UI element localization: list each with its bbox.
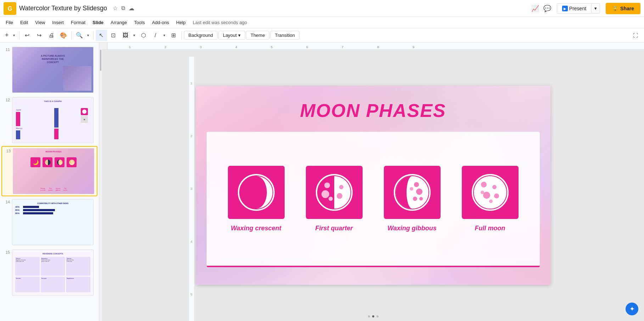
document-title: Watercolor Texture by Slidesgo [19, 5, 107, 12]
shape-tool[interactable]: ⬡ [138, 30, 149, 41]
moon-label-full-moon: Full moon [475, 225, 505, 232]
page-dots [102, 315, 644, 317]
textbox-tool[interactable]: ⊞ [168, 30, 179, 41]
paint-format-button[interactable]: 🎨 [58, 30, 69, 41]
menu-edit[interactable]: Edit [17, 19, 31, 26]
top-bar: G Watercolor Texture by Slidesgo ☆ ⧉ ☁ 📈… [0, 0, 644, 17]
ruler-left-1: 1 [189, 81, 194, 85]
moon-icon-first-quarter [306, 166, 363, 219]
slide-13-moon-4: 🌕 [67, 157, 77, 167]
zoom-group: 🔍 ▾ [74, 30, 91, 41]
redo-button[interactable]: ↪ [34, 30, 45, 41]
menu-insert[interactable]: Insert [49, 19, 67, 26]
sep3 [93, 31, 94, 40]
svg-point-25 [481, 182, 487, 187]
layout-button[interactable]: Layout ▾ [218, 31, 245, 40]
scroll-thumb[interactable] [100, 50, 101, 71]
svg-point-8 [262, 192, 265, 196]
transition-button[interactable]: Transition [270, 31, 299, 40]
slide-11-image [63, 66, 91, 91]
svg-point-20 [413, 197, 417, 201]
menu-view[interactable]: View [32, 19, 48, 26]
page-dot-1[interactable] [368, 315, 370, 317]
menu-file[interactable]: File [3, 19, 16, 26]
ruler-mark-2: 2 [164, 45, 166, 49]
folder-icon[interactable]: ⧉ [121, 5, 125, 12]
svg-point-11 [324, 182, 330, 188]
present-label: Present [569, 6, 586, 11]
svg-point-7 [254, 192, 262, 199]
svg-point-22 [410, 187, 413, 191]
image-dropdown[interactable]: ▾ [131, 30, 137, 41]
app-logo[interactable]: G [4, 2, 16, 15]
page-dot-3[interactable] [376, 315, 379, 317]
slide-thumb-12: THIS IS A GRAPH Jupiter Mercury [12, 97, 94, 143]
main-area: 11 A PICTURE ALWAYSREINFORCES THECONCEPT… [0, 43, 644, 321]
svg-point-13 [329, 197, 333, 201]
menu-help[interactable]: Help [173, 19, 189, 26]
zoom-button[interactable]: 🔍 [74, 30, 85, 41]
moon-phase-waxing-crescent: Waxing crescent [221, 166, 292, 232]
theme-button[interactable]: Theme [246, 31, 269, 40]
accessibility-button[interactable]: ✦ [626, 303, 638, 315]
layout-label: Layout [223, 33, 237, 38]
slide-item-13[interactable]: 13 MOON PHASES 🌙 🌗 🌔 🌕 [1, 146, 97, 196]
slide-num-14: 14 [3, 199, 10, 204]
image-group: 🖼 ▾ [120, 30, 137, 41]
line-tool[interactable]: / [150, 30, 161, 41]
moon-icon-waxing-crescent [228, 166, 285, 219]
star-icon[interactable]: ☆ [113, 5, 118, 12]
print-button[interactable]: 🖨 [46, 30, 57, 41]
slide-num-15: 15 [3, 249, 10, 254]
comment-icon[interactable]: 💬 [543, 5, 551, 12]
select-tool[interactable]: ↖ [96, 30, 107, 41]
cloud-icon[interactable]: ☁ [129, 5, 134, 12]
slide-item-11[interactable]: 11 A PICTURE ALWAYSREINFORCES THECONCEPT [1, 45, 97, 94]
svg-point-18 [414, 182, 419, 187]
ruler-left-4: 4 [189, 240, 194, 243]
svg-point-21 [419, 197, 423, 201]
slide-title: MOON PHASES [196, 100, 550, 121]
share-button[interactable]: 🔒 Share [606, 3, 640, 14]
ruler-left: 1 2 3 4 5 [189, 57, 195, 321]
moon-svg-waxing-crescent [235, 171, 278, 214]
menu-format[interactable]: Format [68, 19, 88, 26]
ruler-left-2: 2 [189, 134, 194, 138]
svg-point-26 [492, 185, 497, 189]
add-slide-button[interactable]: + [3, 30, 11, 41]
undo-button[interactable]: ↩ [22, 30, 33, 41]
present-button[interactable]: ▶ Present [557, 3, 592, 14]
content-box: Waxing crescent [207, 132, 540, 267]
scroll-area[interactable] [99, 43, 102, 321]
add-dropdown[interactable]: ▾ [11, 30, 17, 41]
ruler-mark-1: 1 [129, 45, 131, 49]
toolbar: + ▾ ↩ ↪ 🖨 🎨 🔍 ▾ ↖ ⊡ 🖼 ▾ ⬡ / ▾ ⊞ Backgrou… [0, 28, 644, 43]
slide-13-moon-1: 🌙 [30, 157, 40, 167]
present-dropdown-button[interactable]: ▾ [592, 3, 600, 13]
slide-item-12[interactable]: 12 THIS IS A GRAPH Jupiter Mercury [1, 96, 97, 145]
moon-label-waxing-gibbous: Waxing gibbous [387, 225, 437, 232]
line-dropdown[interactable]: ▾ [162, 30, 167, 41]
svg-point-14 [339, 185, 343, 189]
slide-item-14[interactable]: 14 COMPATIBILITY WITH OTHER SIGNS 30% 85… [1, 198, 97, 247]
slide-thumb-11: A PICTURE ALWAYSREINFORCES THECONCEPT [12, 47, 94, 93]
menu-tools[interactable]: Tools [131, 19, 147, 26]
svg-point-19 [416, 188, 422, 195]
image-tool[interactable]: 🖼 [120, 30, 131, 41]
background-button[interactable]: Background [184, 31, 218, 40]
menu-slide[interactable]: Slide [90, 19, 106, 26]
select-shape-tool[interactable]: ⊡ [108, 30, 119, 41]
slide-canvas[interactable]: MOON PHASES [196, 86, 550, 285]
ruler-mark-7: 7 [342, 45, 343, 49]
ruler-mark-8: 8 [377, 45, 379, 49]
activity-icon[interactable]: 📈 [531, 5, 539, 12]
slide-item-15[interactable]: 15 REVIEWING CONCEPTS Pisces Aquarius is… [1, 248, 97, 297]
slide-num-13: 13 [4, 148, 11, 153]
svg-point-12 [321, 190, 329, 198]
menu-addons[interactable]: Add-ons [149, 19, 172, 26]
page-dot-2[interactable] [372, 315, 374, 317]
svg-point-28 [494, 193, 499, 198]
zoom-dropdown[interactable]: ▾ [85, 30, 91, 41]
expand-button[interactable]: ⛶ [630, 30, 641, 41]
menu-arrange[interactable]: Arrange [108, 19, 130, 26]
